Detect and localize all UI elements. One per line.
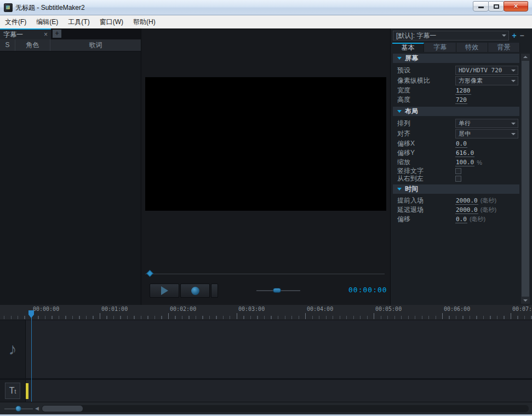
offset-y-row: 偏移Y 616.0: [393, 148, 519, 158]
titlebar: 无标题 - SubtitleMaker2 ✕: [0, 0, 532, 15]
chevron-down-icon: [511, 133, 516, 135]
seek-handle[interactable]: [146, 270, 153, 277]
add-subtitle-tab-button[interactable]: +: [53, 30, 61, 38]
scroll-down-icon[interactable]: [521, 297, 530, 304]
offset-y-field[interactable]: 616.0: [455, 149, 474, 157]
field-label: 对齐: [397, 129, 455, 138]
properties-content: 屏幕 预设 HDV/HDTV 720 像素纵横比 方形像素 宽度 1280: [393, 54, 519, 305]
scale-field[interactable]: 100.0: [455, 159, 474, 166]
field-label: 宽度: [397, 86, 455, 95]
offset-x-field[interactable]: 0.0: [455, 140, 467, 148]
text-icon-sub: t: [15, 389, 16, 395]
section-title: 时间: [405, 184, 418, 194]
field-label: 预设: [397, 66, 455, 75]
field-label: 像素纵横比: [397, 76, 455, 85]
tab-subtitle[interactable]: 字幕: [424, 43, 456, 52]
timeline-ruler[interactable]: 00:00:00 00:01:00 00:02:00 00:03:00 00:0…: [0, 305, 532, 320]
preset-dropdown[interactable]: HDV/HDTV 720: [455, 66, 518, 75]
music-track-header[interactable]: ♪: [0, 320, 25, 378]
record-button[interactable]: [180, 284, 210, 298]
lead-out-unit: (毫秒): [480, 206, 496, 214]
section-layout[interactable]: 布局: [393, 107, 519, 116]
timeline-tracks: ♪ Tt: [0, 320, 532, 402]
app-window: 无标题 - SubtitleMaker2 ✕ 文件(F) 编辑(E) 工具(T)…: [0, 0, 532, 416]
lead-out-row: 延迟退场 2000.0 (毫秒): [393, 205, 519, 215]
offset-x-row: 偏移X 0.0: [393, 139, 519, 148]
volume-handle[interactable]: [273, 288, 281, 293]
collapse-icon: [397, 110, 402, 113]
music-track[interactable]: [0, 320, 532, 378]
tab-subtitle-1[interactable]: 字幕一 ×: [0, 28, 51, 39]
tab-effects[interactable]: 特效: [456, 43, 488, 52]
subtitle-tabbar: 字幕一 × +: [0, 28, 141, 39]
tab-label: 字幕一: [3, 30, 44, 39]
scroll-up-icon[interactable]: [521, 54, 530, 60]
subtitle-selector-dropdown[interactable]: [默认]: 字幕一: [393, 31, 509, 41]
timeline-panel: 00:00:00 00:01:00 00:02:00 00:03:00 00:0…: [0, 305, 532, 416]
field-label: 高度: [397, 95, 455, 105]
tab-background[interactable]: 背景: [488, 43, 520, 52]
ruler-label: 00:04:00: [307, 306, 333, 312]
properties-scrollbar[interactable]: [521, 54, 530, 304]
column-header-role: 角色: [15, 39, 50, 51]
lead-in-field[interactable]: 2000.0: [455, 197, 478, 205]
right-to-left-checkbox[interactable]: [455, 176, 461, 182]
pixel-ratio-row: 像素纵横比 方形像素: [393, 76, 519, 86]
text-track-icon: Tt: [5, 383, 20, 399]
menu-tools[interactable]: 工具(T): [63, 15, 94, 28]
close-icon: ✕: [504, 2, 528, 11]
properties-tabs: 基本 字幕 特效 背景: [392, 43, 520, 52]
window-title: 无标题 - SubtitleMaker2: [15, 0, 85, 15]
scroll-left-icon[interactable]: ◀: [35, 402, 39, 415]
pixel-ratio-dropdown[interactable]: 方形像素: [455, 76, 518, 85]
height-field[interactable]: 720: [455, 96, 467, 104]
subtitle-table-header: S 角色 歌词: [0, 39, 141, 51]
remove-subtitle-button[interactable]: −: [518, 31, 525, 41]
play-button[interactable]: [150, 284, 179, 298]
arrange-value: 单行: [456, 119, 511, 128]
timeline-scrollbar-thumb[interactable]: [42, 406, 83, 412]
playhead-line[interactable]: [31, 320, 32, 402]
vertical-text-checkbox[interactable]: [455, 168, 461, 174]
track-marker[interactable]: [26, 383, 28, 399]
maximize-button[interactable]: [488, 1, 504, 11]
menu-file[interactable]: 文件(F): [0, 15, 31, 28]
lead-out-field[interactable]: 2000.0: [455, 206, 478, 214]
stop-button[interactable]: [211, 284, 218, 298]
field-label: 提前入场: [397, 196, 455, 205]
add-subtitle-button[interactable]: +: [511, 31, 518, 41]
field-label: 缩放: [397, 158, 455, 167]
time-offset-unit: (毫秒): [470, 215, 485, 223]
field-label: 偏移: [397, 215, 455, 224]
text-track[interactable]: [0, 380, 532, 402]
minimize-button[interactable]: [473, 1, 489, 11]
section-time[interactable]: 时间: [393, 184, 519, 194]
subtitle-list[interactable]: [0, 51, 141, 305]
ruler-label: 00:02:00: [170, 306, 196, 312]
tab-basic[interactable]: 基本: [392, 43, 424, 52]
zoom-slider[interactable]: [4, 402, 33, 415]
scrollbar-thumb[interactable]: [522, 61, 529, 297]
close-button[interactable]: ✕: [504, 1, 528, 11]
menu-edit[interactable]: 编辑(E): [31, 15, 63, 28]
seek-track[interactable]: [145, 274, 385, 274]
width-field[interactable]: 1280: [455, 87, 471, 95]
section-title: 布局: [405, 107, 418, 116]
text-track-header[interactable]: Tt: [0, 380, 25, 402]
zoom-handle[interactable]: [15, 406, 21, 412]
timeline-bottom-bar: ◀: [0, 402, 532, 414]
volume-slider[interactable]: [256, 284, 300, 298]
width-row: 宽度 1280: [393, 86, 519, 95]
track-header-column: ♪ Tt: [0, 320, 26, 402]
arrange-row: 排列 单行: [393, 118, 519, 129]
arrange-dropdown[interactable]: 单行: [455, 119, 518, 128]
section-screen[interactable]: 屏幕: [393, 54, 519, 63]
tab-close-icon[interactable]: ×: [44, 31, 48, 38]
field-label: 延迟退场: [397, 205, 455, 215]
ruler-label: 00:06:00: [444, 306, 470, 312]
menu-help[interactable]: 帮助(H): [128, 15, 161, 28]
timeline-scrollbar[interactable]: [42, 405, 529, 412]
time-offset-field[interactable]: 0.0: [455, 216, 467, 223]
menu-window[interactable]: 窗口(W): [95, 15, 128, 28]
align-dropdown[interactable]: 居中: [455, 129, 518, 138]
